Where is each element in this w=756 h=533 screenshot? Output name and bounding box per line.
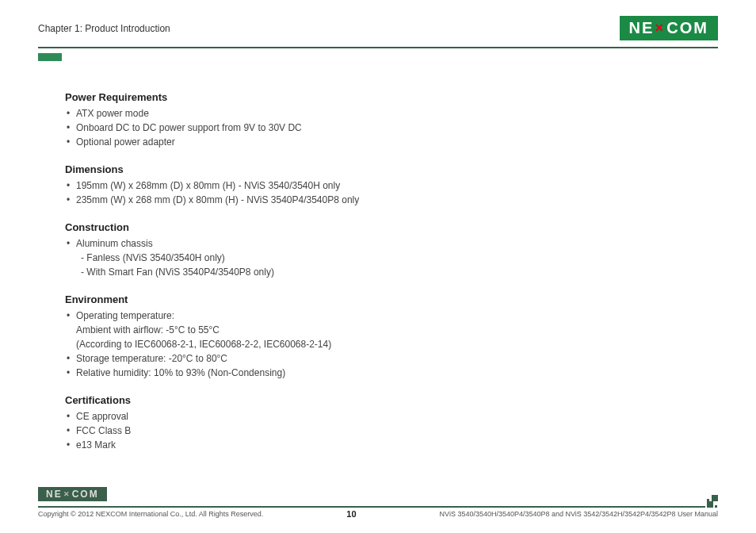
list-subitem: (According to IEC60068-2-1, IEC60068-2-2… [76, 337, 718, 351]
list-item: Onboard DC to DC power support from 9V t… [76, 121, 718, 135]
content-body: Power Requirements ATX power mode Onboar… [38, 91, 718, 452]
logo-x-icon: ✕ [63, 490, 71, 498]
list-item: Relative humidity: 10% to 93% (Non-Conde… [76, 366, 718, 380]
nexcom-logo: NE✕COM [620, 16, 718, 40]
section-heading: Certifications [65, 394, 718, 406]
section-heading: Power Requirements [65, 91, 718, 103]
list-item: Operating temperature: [76, 309, 718, 323]
list-item: 195mm (W) x 268mm (D) x 80mm (H) - NViS … [76, 178, 718, 193]
list-item: ATX power mode [76, 106, 718, 121]
manual-title: NViS 3540/3540H/3540P4/3540P8 and NViS 3… [440, 510, 718, 518]
section-power: Power Requirements ATX power mode Onboar… [65, 91, 718, 149]
section-heading: Dimensions [65, 163, 718, 175]
list-item: 235mm (W) x 268 mm (D) x 80mm (H) - NViS… [76, 193, 718, 207]
section-dimensions: Dimensions 195mm (W) x 268mm (D) x 80mm … [65, 163, 718, 207]
list-subitem: Ambient with airflow: -5°C to 55°C [76, 323, 718, 337]
footer-nexcom-logo: NE✕COM [38, 487, 107, 501]
section-heading: Construction [65, 221, 718, 233]
list-item: Optional power adapter [76, 135, 718, 149]
list-item: FCC Class B [76, 424, 718, 438]
list-item: Aluminum chassis [76, 236, 718, 251]
chapter-title: Chapter 1: Product Introduction [38, 23, 170, 34]
page-footer: NE✕COM Copyright © 2012 NEXCOM Internati… [38, 487, 718, 519]
section-construction: Construction Aluminum chassis - Fanless … [65, 221, 718, 279]
list-item: Storage temperature: -20°C to 80°C [76, 351, 718, 366]
footer-rule [38, 506, 705, 508]
page-number: 10 [346, 509, 356, 519]
list-item: e13 Mark [76, 438, 718, 452]
accent-bar [38, 53, 62, 61]
section-environment: Environment Operating temperature: Ambie… [65, 293, 718, 380]
footer-decoration [707, 495, 718, 501]
list-item: CE approval [76, 409, 718, 424]
footer-decoration [707, 501, 718, 508]
header-rule [38, 47, 718, 48]
section-certifications: Certifications CE approval FCC Class B e… [65, 394, 718, 452]
list-subitem: - Fanless (NViS 3540/3540H only) [76, 251, 718, 265]
copyright-text: Copyright © 2012 NEXCOM International Co… [38, 510, 263, 518]
logo-x-icon: ✕ [655, 21, 666, 34]
list-subitem: - With Smart Fan (NViS 3540P4/3540P8 onl… [76, 265, 718, 279]
section-heading: Environment [65, 293, 718, 305]
